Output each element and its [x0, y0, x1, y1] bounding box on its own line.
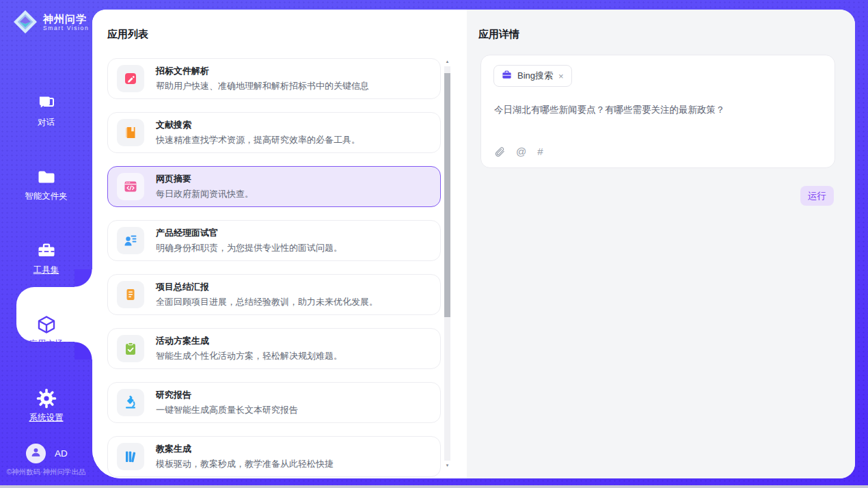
- app-card-description: 快速精准查找学术资源，提高研究效率的必备工具。: [156, 134, 360, 146]
- app-cards: 招标文件解析帮助用户快速、准确地理解和解析招标书中的关键信息 文献搜索快速精准查…: [107, 58, 441, 478]
- summary-icon: [117, 281, 144, 308]
- scroll-up-icon[interactable]: ▲: [444, 58, 450, 65]
- mention-icon[interactable]: @: [516, 146, 526, 157]
- app-card-title: 产品经理面试官: [156, 227, 342, 239]
- app-card-7[interactable]: 教案生成模板驱动，教案秒成，教学准备从此轻松快捷: [107, 436, 441, 477]
- brand-subtitle: Smart Vision: [43, 25, 89, 31]
- app-list-title: 应用列表: [107, 28, 148, 41]
- app-card-description: 模板驱动，教案秒成，教学准备从此轻松快捷: [156, 458, 334, 470]
- tool-tag-label: Bing搜索: [517, 70, 553, 82]
- prompt-text[interactable]: 今日湖北有哪些新闻要点？有哪些需要关注的最新政策？: [494, 104, 822, 116]
- app-card-title: 项目总结汇报: [156, 281, 378, 293]
- app-card-description: 全面回顾项目进展，总结经验教训，助力未来优化发展。: [156, 296, 378, 308]
- app-card-3[interactable]: 产品经理面试官明确身份和职责，为您提供专业性的面试问题。: [107, 220, 441, 261]
- folder-icon: [36, 167, 57, 187]
- hash-icon[interactable]: #: [537, 146, 543, 157]
- book-icon: [117, 119, 144, 146]
- bottom-strip: [0, 485, 868, 488]
- sidebar-item-label: 系统设置: [29, 412, 64, 424]
- app-card-description: 明确身份和职责，为您提供专业性的面试问题。: [156, 242, 342, 254]
- app-card-1[interactable]: 文献搜索快速精准查找学术资源，提高研究效率的必备工具。: [107, 112, 441, 153]
- close-icon[interactable]: ×: [558, 72, 564, 81]
- plan-icon: [117, 335, 144, 362]
- app-card-6[interactable]: 研究报告一键智能生成高质量长文本研究报告: [107, 382, 441, 423]
- webpage-icon: [117, 173, 144, 200]
- app-card-description: 帮助用户快速、准确地理解和解析招标书中的关键信息: [156, 80, 369, 92]
- sidebar-item-3[interactable]: 应用市场: [0, 291, 92, 350]
- run-button[interactable]: 运行: [800, 186, 834, 206]
- user-icon: [29, 446, 42, 461]
- sidebar: 神州问学 Smart Vision 对话 智能文件夹 工具集 应用市场: [0, 0, 92, 488]
- sidebar-item-label: 工具集: [33, 265, 59, 276]
- sidebar-item-2[interactable]: 工具集: [0, 217, 92, 276]
- app-card-title: 网页摘要: [156, 173, 254, 185]
- app-detail-section: 应用详情 Bing搜索 × 今日湖北有哪些新闻要点？有哪些需要关注的最新政策？ …: [467, 10, 855, 478]
- app-card-title: 活动方案生成: [156, 335, 342, 347]
- scroll-down-icon[interactable]: ▼: [444, 462, 450, 469]
- tool-tag-chip[interactable]: Bing搜索 ×: [493, 65, 572, 87]
- app-card-title: 招标文件解析: [156, 65, 369, 77]
- app-card-title: 文献搜索: [156, 119, 360, 131]
- sidebar-item-label: 智能文件夹: [25, 191, 68, 202]
- scrollbar-thumb[interactable]: [444, 73, 450, 317]
- research-icon: [117, 389, 144, 416]
- app-list-section: 应用列表 招标文件解析帮助用户快速、准确地理解和解析招标书中的关键信息 文献搜索…: [92, 10, 467, 478]
- brand-name: 神州问学: [43, 13, 89, 25]
- brand-logo: 神州问学 Smart Vision: [12, 9, 89, 35]
- scrollbar[interactable]: ▲ ▼: [444, 58, 450, 469]
- user-row[interactable]: AD: [26, 444, 68, 463]
- briefcase-icon: [502, 70, 512, 83]
- app-card-description: 一键智能生成高质量长文本研究报告: [156, 404, 298, 416]
- sidebar-item-label: 应用市场: [29, 338, 64, 350]
- avatar[interactable]: [26, 444, 46, 463]
- app-card-description: 每日政府新闻资讯快查。: [156, 188, 254, 200]
- prompt-card: Bing搜索 × 今日湖北有哪些新闻要点？有哪些需要关注的最新政策？ @#: [480, 55, 835, 168]
- sidebar-item-4[interactable]: 系统设置: [0, 365, 92, 424]
- gem-logo-icon: [12, 9, 38, 35]
- paperclip-icon[interactable]: [494, 146, 505, 157]
- app-card-title: 研究报告: [156, 389, 298, 401]
- gear-icon: [36, 388, 57, 409]
- app-detail-title: 应用详情: [478, 28, 519, 41]
- cube-icon: [36, 314, 57, 335]
- sidebar-item-label: 对话: [38, 117, 55, 128]
- composer-icons: @#: [494, 146, 543, 157]
- user-initials: AD: [55, 448, 68, 459]
- scrollbar-track[interactable]: [444, 66, 450, 461]
- lesson-icon: [117, 443, 144, 470]
- copyright-text: ©神州数码·神州问学出品: [0, 467, 92, 477]
- sidebar-item-0[interactable]: 对话: [0, 70, 92, 128]
- toolbox-icon: [36, 241, 57, 261]
- app-card-4[interactable]: 项目总结汇报全面回顾项目进展，总结经验教训，助力未来优化发展。: [107, 274, 441, 315]
- chat-icon: [36, 93, 57, 113]
- app-card-0[interactable]: 招标文件解析帮助用户快速、准确地理解和解析招标书中的关键信息: [107, 58, 441, 99]
- sidebar-item-1[interactable]: 智能文件夹: [0, 144, 92, 202]
- main-panel: 应用列表 招标文件解析帮助用户快速、准确地理解和解析招标书中的关键信息 文献搜索…: [92, 10, 855, 478]
- app-card-2[interactable]: 网页摘要每日政府新闻资讯快查。: [107, 166, 441, 207]
- app-card-5[interactable]: 活动方案生成智能生成个性化活动方案，轻松解决规划难题。: [107, 328, 441, 369]
- interviewer-icon: [117, 227, 144, 254]
- app-card-description: 智能生成个性化活动方案，轻松解决规划难题。: [156, 350, 342, 362]
- app-card-title: 教案生成: [156, 443, 334, 455]
- bid-document-icon: [117, 65, 144, 92]
